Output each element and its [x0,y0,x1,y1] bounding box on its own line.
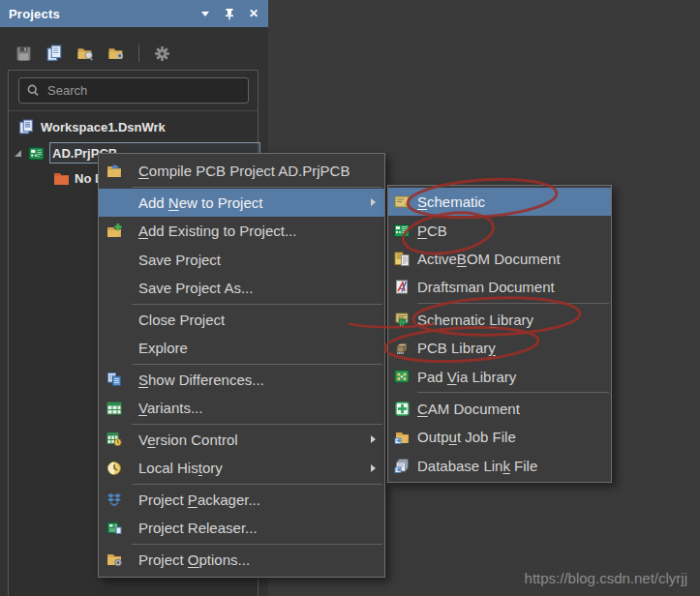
no-icon [105,194,124,210]
menu-item-add-new-to-project[interactable]: Add New to Project [99,189,384,218]
workspace-label: Workspace1.DsnWrk [41,120,166,134]
menu-separator [99,483,384,486]
activebom-icon [394,251,410,266]
pcb-project-icon [28,145,45,162]
menu-item-local-history[interactable]: Local History [99,454,384,483]
no-icon [105,281,124,296]
settings-gear-icon[interactable] [152,44,171,63]
output-job-icon [394,430,410,445]
search-icon [27,84,40,97]
panel-toolbar [14,42,171,65]
submenu-item-pcb-library[interactable]: PCB Library [388,334,611,362]
no-icon [105,312,124,327]
add-new-submenu: Schematic PCB ActiveBOM Document Draftsm… [387,185,612,483]
pcb-icon [394,223,410,238]
menu-item-save-project[interactable]: Save Project [99,246,384,275]
menu-item-close-project[interactable]: Close Project [99,306,384,335]
panel-title: Projects [9,7,60,21]
submenu-item-cam-document[interactable]: CAM Document [388,395,611,423]
project-packager-icon [105,492,124,507]
show-differences-icon [105,372,124,387]
submenu-item-output-job-file[interactable]: Output Job File [388,423,611,451]
variants-icon [105,401,124,416]
project-context-menu: Compile PCB Project AD.PrjPCB Add New to… [98,153,385,578]
pad-via-library-icon [394,369,410,384]
draftsman-icon [394,280,410,295]
expand-arrow-icon[interactable] [15,150,21,157]
menu-item-explore[interactable]: Explore [99,334,384,363]
no-icon [105,341,124,356]
menu-item-add-existing[interactable]: Add Existing to Project... [99,217,384,246]
projects-panel-header: Projects ✕ [0,0,268,27]
menu-separator [388,302,611,306]
compile-icon [105,164,124,179]
panel-header-icons: ✕ [199,8,259,19]
workspace-icon [18,119,35,135]
add-existing-icon [105,224,124,239]
menu-item-save-project-as[interactable]: Save Project As... [99,274,384,303]
folder-settings-icon[interactable] [107,44,126,63]
submenu-arrow-icon [371,435,376,443]
cam-document-icon [394,401,410,416]
toolbar-separator [138,45,139,62]
pin-icon[interactable] [224,8,235,19]
menu-item-compile[interactable]: Compile PCB Project AD.PrjPCB [99,157,384,186]
version-control-icon [105,432,124,447]
submenu-arrow-icon [371,198,376,206]
search-box[interactable] [18,77,249,104]
submenu-item-schematic[interactable]: Schematic [388,188,611,216]
altium-screen: Projects ✕ [0,0,700,596]
chevron-down-icon[interactable] [199,8,211,19]
menu-separator [99,363,384,366]
schematic-library-icon [394,312,410,327]
menu-separator [99,303,384,306]
copy-documents-icon[interactable] [45,44,64,63]
database-link-icon [394,458,410,473]
menu-separator [99,543,384,546]
submenu-item-schematic-library[interactable]: Schematic Library [388,306,611,334]
project-releaser-icon [105,521,124,536]
menu-separator [99,186,384,189]
pcb-library-icon [394,341,410,356]
menu-item-project-options[interactable]: Project Options... [99,546,384,575]
watermark: https://blog.csdn.net/clyrjj [525,570,687,586]
submenu-item-pad-via-library[interactable]: Pad Via Library [388,362,611,390]
submenu-item-draftsman[interactable]: Draftsman Document [388,273,611,301]
search-input[interactable] [47,83,222,98]
folder-icon [53,171,70,186]
tree-item-workspace[interactable]: Workspace1.DsnWrk [18,117,166,136]
submenu-item-activebom[interactable]: ActiveBOM Document [388,245,611,273]
project-options-icon [105,551,124,567]
menu-item-project-packager[interactable]: Project Packager... [99,486,384,515]
search-divider [9,110,258,111]
close-icon[interactable]: ✕ [248,8,259,19]
menu-item-project-releaser[interactable]: Project Releaser... [99,514,384,543]
local-history-icon [105,461,124,476]
schematic-icon [394,194,410,210]
menu-separator [99,423,384,426]
menu-item-variants[interactable]: Variants... [99,394,384,423]
submenu-arrow-icon [371,464,376,472]
open-folder-search-icon[interactable] [76,44,95,63]
menu-item-show-differences[interactable]: Show Differences... [99,366,384,395]
menu-separator [388,391,611,395]
submenu-item-database-link-file[interactable]: Database Link File [388,452,611,480]
no-icon [105,252,124,267]
save-icon[interactable] [14,44,33,63]
menu-item-version-control[interactable]: Version Control [99,426,384,455]
submenu-item-pcb[interactable]: PCB [388,216,611,244]
